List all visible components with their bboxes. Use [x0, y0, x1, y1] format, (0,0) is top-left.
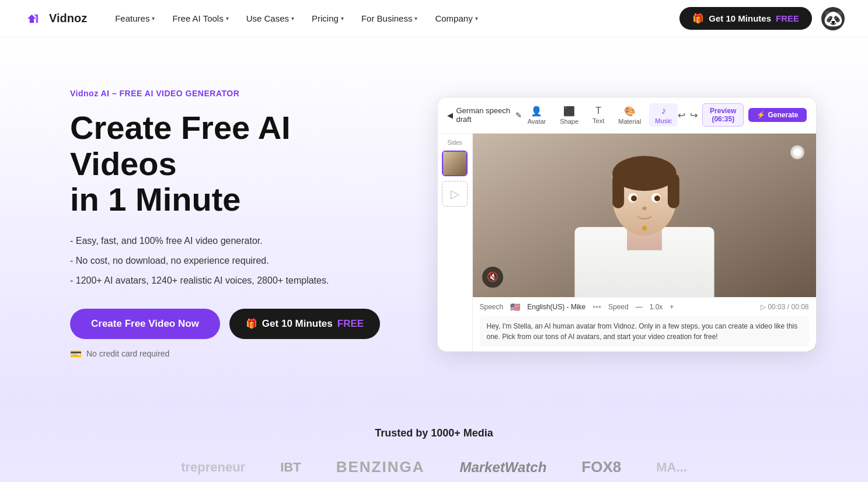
svg-rect-6 — [612, 173, 624, 208]
speed-decrease-icon[interactable]: — — [636, 303, 643, 311]
hero-actions: Create Free Video Now 🎁 Get 10 Minutes F… — [70, 309, 397, 339]
mockup-toolbar: ◀ German speech draft ✎ 👤 Avatar ⬛ Shape… — [438, 97, 816, 134]
avatar-preview — [473, 134, 816, 297]
hero-mockup: ◀ German speech draft ✎ 👤 Avatar ⬛ Shape… — [432, 97, 821, 352]
speech-text-area: Hey, I'm Stella, an AI human avatar from… — [480, 316, 809, 347]
gift-icon: 🎁 — [692, 13, 704, 24]
avatar-icon: 👤 — [531, 106, 542, 117]
svg-point-13 — [642, 225, 647, 230]
back-arrow-icon: ◀ — [447, 111, 453, 120]
logo-ibt: IBT — [280, 460, 301, 475]
credit-card-icon: 💳 — [70, 348, 82, 359]
gift-icon: 🎁 — [246, 318, 257, 329]
svg-rect-7 — [667, 173, 679, 208]
light-orb — [790, 145, 804, 159]
svg-point-12 — [642, 207, 647, 210]
mockup-controls: Speech 🇺🇸 English(US) - Mike ••• Speed —… — [473, 297, 816, 351]
tab-avatar[interactable]: 👤 Avatar — [522, 103, 552, 127]
nav-features[interactable]: Features ▾ — [108, 9, 162, 28]
play-icon[interactable]: ▷ — [761, 303, 766, 311]
nav-free-ai-tools[interactable]: Free AI Tools ▾ — [165, 9, 235, 28]
add-slide-button[interactable]: ▷ — [442, 181, 468, 207]
logo[interactable]: Vidnoz — [23, 8, 87, 29]
video-background: 🔇 — [473, 134, 816, 297]
slides-label: Sides — [446, 138, 463, 147]
slide-thumb-preview — [443, 152, 466, 175]
tab-text[interactable]: T Text — [587, 103, 610, 127]
hero-content: Vidnoz AI – FREE AI VIDEO GENERATOR Crea… — [70, 89, 397, 359]
navbar: Vidnoz Features ▾ Free AI Tools ▾ Use Ca… — [0, 0, 868, 37]
speech-controls-row: Speech 🇺🇸 English(US) - Mike ••• Speed —… — [480, 302, 809, 312]
mute-button[interactable]: 🔇 — [482, 267, 503, 288]
nav-left: Vidnoz Features ▾ Free AI Tools ▾ Use Ca… — [23, 8, 485, 29]
hero-bullets: - Easy, fast, and 100% free AI video gen… — [70, 234, 397, 288]
redo-icon[interactable]: ↪ — [690, 110, 698, 121]
nav-right: 🎁 Get 10 Minutes FREE 🐼 — [679, 7, 845, 30]
material-icon: 🎨 — [624, 106, 636, 117]
nav-use-cases[interactable]: Use Cases ▾ — [239, 9, 301, 28]
nav-pricing[interactable]: Pricing ▾ — [305, 9, 351, 28]
tab-music[interactable]: ♪ Music — [649, 103, 678, 127]
chevron-down-icon: ▾ — [291, 15, 294, 22]
no-credit-label: 💳 No credit card required — [70, 348, 397, 359]
plus-icon: ▷ — [451, 187, 459, 201]
generate-button[interactable]: ⚡ Generate — [748, 108, 806, 122]
logo-entrepreneur: trepreneur — [181, 460, 245, 475]
generate-icon: ⚡ — [757, 111, 765, 119]
logo-marketwatch: MarketWatch — [459, 459, 546, 476]
chevron-down-icon: ▾ — [475, 15, 478, 22]
user-avatar[interactable]: 🐼 — [821, 7, 845, 30]
get-10-minutes-button[interactable]: 🎁 Get 10 Minutes FREE — [229, 309, 380, 339]
more-options-icon[interactable]: ••• — [592, 302, 601, 312]
hero-bullet-1: - Easy, fast, and 100% free AI video gen… — [70, 234, 397, 248]
tab-material[interactable]: 🎨 Material — [612, 103, 647, 127]
mockup-tabs: 👤 Avatar ⬛ Shape T Text 🎨 Material — [522, 103, 678, 127]
nav-company[interactable]: Company ▾ — [428, 9, 484, 28]
undo-icon[interactable]: ↩ — [678, 110, 685, 121]
trusted-title: Trusted by 1000+ Media — [47, 427, 821, 439]
music-icon: ♪ — [661, 106, 666, 116]
mockup-body: Sides ▷ — [438, 134, 816, 351]
hero-bullet-2: - No cost, no download, no experience re… — [70, 254, 397, 268]
edit-icon: ✎ — [515, 111, 522, 120]
trusted-section: Trusted by 1000+ Media trepreneur IBT BE… — [0, 399, 868, 482]
chevron-down-icon: ▾ — [414, 15, 417, 22]
mockup-actions: ↩ ↪ Preview (06:35) ⚡ Generate — [678, 103, 806, 127]
logo-benzinga: BENZINGA — [336, 458, 425, 476]
chevron-down-icon: ▾ — [341, 15, 344, 22]
chevron-down-icon: ▾ — [226, 15, 229, 22]
hero-title: Create Free AI Videos in 1 Minute — [70, 110, 397, 218]
ui-mockup-card: ◀ German speech draft ✎ 👤 Avatar ⬛ Shape… — [437, 97, 817, 352]
svg-point-9 — [631, 195, 637, 201]
logo-partial: MA... — [656, 460, 687, 475]
chevron-down-icon: ▾ — [152, 15, 155, 22]
hero-bullet-3: - 1200+ AI avatars, 1240+ realistic AI v… — [70, 274, 397, 288]
logos-row: trepreneur IBT BENZINGA MarketWatch FOX8… — [47, 458, 821, 476]
language-flag-icon: 🇺🇸 — [510, 302, 520, 312]
logo-fox8: FOX8 — [581, 458, 621, 476]
mockup-slides-sidebar: Sides ▷ — [438, 134, 473, 351]
slide-thumbnail-1[interactable] — [442, 151, 468, 176]
preview-button[interactable]: Preview (06:35) — [702, 103, 744, 127]
avatar-image: 🐼 — [823, 7, 843, 30]
nav-for-business[interactable]: For Business ▾ — [354, 9, 425, 28]
speed-increase-icon[interactable]: + — [670, 303, 674, 311]
tab-shape[interactable]: ⬛ Shape — [554, 103, 584, 127]
shape-icon: ⬛ — [563, 106, 575, 117]
text-icon: T — [595, 106, 601, 116]
nav-links: Features ▾ Free AI Tools ▾ Use Cases ▾ P… — [108, 9, 484, 28]
hero-section: Vidnoz AI – FREE AI VIDEO GENERATOR Crea… — [0, 37, 868, 399]
video-preview-area: 🔇 Speech 🇺🇸 English(US) - Mike ••• Speed… — [473, 134, 816, 351]
svg-point-11 — [654, 195, 660, 201]
hero-badge: Vidnoz AI – FREE AI VIDEO GENERATOR — [70, 89, 397, 98]
create-free-video-button[interactable]: Create Free Video Now — [70, 309, 220, 339]
nav-cta-button[interactable]: 🎁 Get 10 Minutes FREE — [679, 7, 812, 30]
mockup-back-button[interactable]: ◀ German speech draft ✎ — [447, 106, 522, 124]
